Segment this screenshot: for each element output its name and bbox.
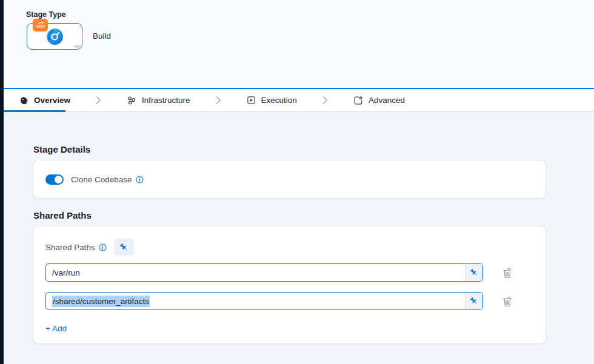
stage-type-panel: Stage Type [0, 0, 594, 89]
add-path-button[interactable]: + Add [45, 324, 67, 333]
advanced-icon [353, 96, 363, 105]
left-dark-rail [0, 0, 4, 364]
chevron-right-icon [96, 96, 101, 105]
tab-label: Execution [261, 96, 297, 105]
tab-label: Overview [34, 96, 70, 105]
pin-icon[interactable] [465, 293, 482, 309]
active-tab-underline [0, 110, 65, 112]
toggle-knob [55, 176, 62, 184]
runtime-input-pin-button[interactable] [114, 239, 134, 256]
tab-label: Infrastructure [142, 96, 190, 105]
chevron-right-icon [216, 96, 221, 105]
shared-paths-card: Shared Paths [33, 227, 546, 343]
tab-advanced[interactable]: Advanced [353, 96, 405, 105]
shared-path-input-1[interactable]: /var/run [45, 263, 483, 282]
tab-overview[interactable]: Overview [20, 96, 70, 105]
overview-icon [20, 96, 28, 105]
tab-infrastructure[interactable]: Infrastructure [127, 96, 190, 105]
shared-path-row: /var/run [45, 263, 533, 282]
execution-icon [247, 96, 256, 105]
tab-execution[interactable]: Execution [247, 96, 297, 105]
tab-label: Advanced [369, 96, 405, 105]
stage-details-heading: Stage Details [33, 144, 594, 154]
stage-overview-content: Stage Details Clone Codebase Shared Path… [4, 113, 594, 364]
stage-type-value: Build [93, 31, 111, 41]
clone-codebase-toggle[interactable] [45, 174, 64, 185]
info-icon[interactable] [136, 176, 144, 184]
shared-path-input-2[interactable]: /shared/customer_artifacts [45, 292, 483, 310]
shared-path-value: /var/run [46, 268, 465, 277]
pin-icon[interactable] [465, 264, 482, 281]
stage-type-card[interactable]: </> [27, 23, 82, 50]
chevron-right-icon [322, 96, 328, 105]
delete-path-button[interactable] [501, 266, 514, 280]
shared-path-row: /shared/customer_artifacts [45, 292, 533, 310]
shared-paths-heading: Shared Paths [33, 210, 594, 220]
stage-details-card: Clone Codebase [33, 160, 546, 198]
ci-build-icon [46, 28, 64, 45]
info-icon[interactable] [99, 243, 107, 251]
delete-path-button[interactable] [501, 294, 514, 308]
clone-codebase-label: Clone Codebase [71, 175, 132, 184]
shared-path-value: /shared/customer_artifacts [52, 296, 150, 307]
pipeline-badge-icon [33, 19, 48, 31]
stage-tab-bar: Overview Infrastructure Execution [0, 88, 594, 112]
code-icon: </> [74, 44, 79, 48]
infrastructure-icon [127, 96, 136, 105]
stage-type-label: Stage Type [26, 10, 66, 19]
shared-paths-field-label: Shared Paths [45, 243, 95, 252]
